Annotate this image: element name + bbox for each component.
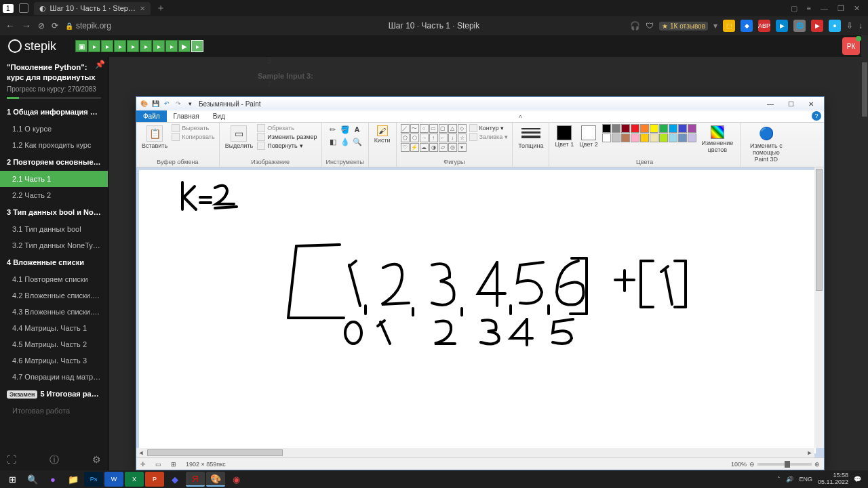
browser-tab[interactable]: ◐ Шаг 10 · Часть 1 · Step… ✕	[34, 2, 151, 15]
minimize-icon[interactable]: —	[821, 4, 828, 13]
paint-canvas[interactable]	[139, 170, 816, 453]
shield-icon[interactable]: 🛡	[646, 21, 654, 30]
section-header[interactable]: 3 Тип данных bool и None…	[0, 203, 108, 221]
ext-icon-6[interactable]: ▶	[811, 20, 823, 32]
taskbar-app2[interactable]: ◆	[165, 472, 184, 487]
paint-titlebar[interactable]: 🎨 💾 ↶ ↷ ▾ Безымянный - Paint — ☐ ✕	[136, 97, 824, 110]
tray-notifications-icon[interactable]: 💬	[854, 476, 861, 483]
paint-maximize-button[interactable]: ☐	[781, 98, 801, 109]
search-button[interactable]: 🔍	[23, 472, 42, 487]
paint-vscrollbar[interactable]	[814, 167, 824, 448]
color1-button[interactable]: Цвет 1	[553, 124, 575, 149]
redo-icon[interactable]: ↷	[174, 99, 183, 108]
help-icon[interactable]: ?	[812, 111, 821, 121]
edit-colors-button[interactable]: Изменение цветов	[699, 124, 736, 155]
eraser-tool[interactable]: ◧	[328, 136, 338, 147]
save-icon[interactable]: 💾	[151, 99, 160, 108]
copy-button[interactable]: Копировать	[172, 133, 214, 141]
zoom-out-button[interactable]: ⊖	[749, 461, 755, 468]
palette-color[interactable]	[659, 134, 668, 142]
sidebar-item[interactable]: 4.2 Вложенные списки. Ча…	[0, 287, 108, 304]
taskbar-explorer[interactable]: 📁	[64, 472, 83, 487]
tray-chevron-icon[interactable]: ˄	[777, 476, 781, 483]
start-button[interactable]: ⊞	[3, 472, 22, 487]
section-header[interactable]: 4 Вложенные списки	[0, 253, 108, 271]
palette-color[interactable]	[678, 124, 687, 133]
step-block[interactable]: ▶	[178, 40, 191, 52]
step-block-current[interactable]: ▸	[191, 40, 203, 52]
downloads-icon[interactable]: ⇩	[846, 21, 853, 30]
sidebar-item[interactable]: 2.2 Часть 2	[0, 187, 108, 203]
rotate-button[interactable]: Повернуть ▾	[257, 142, 317, 150]
ext-icon-4[interactable]: ▶	[776, 20, 788, 32]
sidebar-item[interactable]: 3.2 Тип данных NoneType	[0, 237, 108, 253]
zoom-tool[interactable]: 🔍	[352, 136, 363, 147]
fill-tool[interactable]: 🪣	[340, 124, 351, 135]
qat-dropdown-icon[interactable]: ▾	[185, 99, 195, 108]
stop-icon[interactable]: ⊘	[38, 21, 45, 30]
tab-close-icon[interactable]: ✕	[140, 5, 145, 12]
sidebar-item[interactable]: 4.4 Матрицы. Часть 1	[0, 320, 108, 336]
palette-color[interactable]	[631, 124, 639, 133]
shapes-gallery[interactable]: ／〜○▭▢△◇ ⬠⬡→↑←↓☆ ♡⚡☁◑▱◎▾	[401, 124, 467, 152]
tray-network-icon[interactable]: 🔊	[786, 476, 793, 483]
palette-color[interactable]	[602, 134, 611, 142]
forward-button[interactable]: →	[22, 20, 31, 31]
step-block[interactable]: ▸	[88, 40, 100, 52]
download-arrow-icon[interactable]: ↓	[859, 21, 863, 30]
reviews-badge[interactable]: ★ 1К отзывов	[659, 22, 708, 30]
palette-color[interactable]	[621, 134, 630, 142]
sidebar-item[interactable]: Итоговая работа	[0, 403, 108, 419]
palette-color[interactable]	[669, 124, 677, 133]
headphones-icon[interactable]: 🎧	[630, 21, 640, 30]
tabs-icon[interactable]	[19, 3, 28, 13]
tab-home[interactable]: Главная	[167, 110, 206, 122]
palette-color[interactable]	[621, 124, 630, 133]
info-icon[interactable]: ⓘ	[50, 454, 59, 466]
palette-color[interactable]	[678, 134, 687, 142]
color2-button[interactable]: Цвет 2	[578, 124, 599, 149]
palette-color[interactable]	[640, 134, 649, 142]
sidebar-item[interactable]: 4.7 Операции над матрица…	[0, 369, 108, 385]
palette-color[interactable]	[612, 124, 620, 133]
sidebar-item[interactable]: 4.5 Матрицы. Часть 2	[0, 336, 108, 352]
paint3d-button[interactable]: 🔵 Изменить с помощью Paint 3D	[745, 124, 788, 164]
step-block[interactable]: ▸	[127, 40, 139, 52]
menu-icon[interactable]: ≡	[807, 4, 811, 13]
step-block[interactable]: ▣	[75, 40, 87, 52]
thickness-button[interactable]: Толщина	[517, 124, 545, 150]
sidebar-item-active[interactable]: 2.1 Часть 1	[0, 171, 108, 187]
sidebar-item[interactable]: 4.1 Повторяем списки	[0, 271, 108, 287]
palette-color[interactable]	[659, 124, 668, 133]
palette-color[interactable]	[650, 134, 658, 142]
step-block[interactable]: ▸	[140, 40, 152, 52]
taskbar-ppt[interactable]: P	[145, 472, 164, 487]
tray-lang[interactable]: ENG	[799, 476, 812, 483]
step-block[interactable]: ▸	[101, 40, 113, 52]
cut-button[interactable]: Вырезать	[172, 124, 214, 132]
palette-color[interactable]	[612, 134, 620, 142]
paint-hscrollbar[interactable]: ◄►	[136, 448, 814, 458]
browser-scrollbar[interactable]	[861, 35, 868, 470]
resize-button[interactable]: Изменить размер	[257, 133, 317, 141]
picker-tool[interactable]: 💧	[340, 136, 351, 147]
tab-file[interactable]: Файл	[136, 110, 167, 122]
maximize-icon[interactable]: ❐	[837, 4, 844, 13]
avatar[interactable]: РК	[842, 37, 860, 55]
panel-icon[interactable]: ▢	[791, 4, 797, 13]
palette-color[interactable]	[669, 134, 677, 142]
palette-color[interactable]	[688, 134, 696, 142]
sidebar-item[interactable]: 3.1 Тип данных bool	[0, 221, 108, 237]
ext-icon-7[interactable]: ●	[829, 20, 841, 32]
taskbar-yandex[interactable]: Я	[186, 472, 205, 487]
tab-view[interactable]: Вид	[206, 110, 232, 122]
section-header-exam[interactable]: Экзамен5 Итоговая работа…	[0, 385, 108, 403]
crop-button[interactable]: Обрезать	[257, 124, 317, 132]
bookmark-icon[interactable]: ▾	[713, 21, 717, 30]
palette-color[interactable]	[631, 134, 639, 142]
paste-button[interactable]: 📋 Вставить	[140, 124, 169, 150]
section-header[interactable]: 1 Общая информация о ку…	[0, 103, 108, 121]
sidebar-item[interactable]: 4.3 Вложенные списки. Ча…	[0, 304, 108, 320]
pin-icon[interactable]: 📌	[95, 60, 105, 69]
step-block[interactable]: ▸	[114, 40, 126, 52]
